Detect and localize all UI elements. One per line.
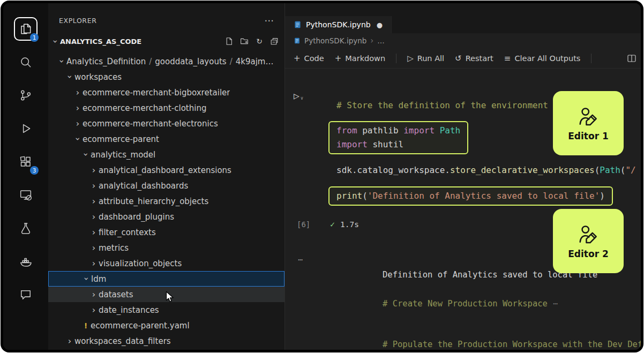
activity-item-search[interactable]	[13, 49, 39, 75]
tree-item-label: ecommerce-merchant-bigboxretailer	[83, 88, 230, 97]
tree-item-label: datasets	[99, 290, 133, 299]
breadcrumb[interactable]: PythonSDK.ipynb › …	[285, 33, 641, 48]
toolbar-clear-all-outputs-button[interactable]: ≡Clear All Outputs	[504, 54, 581, 63]
run-icon: ▷	[407, 54, 414, 63]
markdown-text: # Populate the Production Workspace with…	[383, 340, 641, 349]
more-actions-icon[interactable]: ⋯	[264, 15, 274, 26]
tree-item-datasets[interactable]: ›datasets	[48, 287, 284, 302]
toolbar-run-all-button[interactable]: ▷Run All	[407, 54, 444, 63]
tree-item-workspaces[interactable]: ›workspaces	[48, 69, 284, 85]
tree-item-date_instances[interactable]: ›date_instances	[48, 302, 284, 318]
chevron-right-icon: ›	[73, 103, 83, 113]
tree-item-ecommerce-merchant-bigboxretailer[interactable]: ›ecommerce-merchant-bigboxretailer	[48, 85, 284, 100]
chevron-right-icon: ›	[89, 165, 99, 175]
tree-item-analytics_model[interactable]: ›analytics_model	[48, 147, 284, 162]
toolbar-restart-button[interactable]: ↺Restart	[455, 54, 493, 63]
tree-item-label: workspaces	[74, 72, 122, 82]
code-line[interactable]: from pathlib import Path	[336, 124, 460, 138]
sidebar-title: EXPLORER	[59, 17, 96, 25]
chat-icon	[14, 283, 38, 306]
tree-item-ecommerce-merchant-clothing[interactable]: ›ecommerce-merchant-clothing	[48, 100, 284, 116]
tree-item-label: ecommerce-parent.yaml	[91, 321, 190, 331]
activity-item-explorer[interactable]: 1	[13, 16, 39, 42]
section-header-analytics-as-code[interactable]: › ANALYTICS_AS_CODE ↻	[48, 32, 284, 50]
chevron-right-icon: ›	[89, 212, 99, 222]
code-line[interactable]: sdk.catalog_workspace.store_declarative_…	[336, 163, 641, 178]
tree-item-ldm[interactable]: ›ldm	[48, 271, 284, 287]
notebook-file-icon	[294, 37, 301, 44]
section-actions: ↻	[224, 36, 279, 46]
chevron-right-icon: ›	[89, 196, 99, 206]
tree-item-analytical_dashboard_extensions[interactable]: ›analytical_dashboard_extensions	[48, 162, 284, 178]
tree-item-label: dashboard_plugins	[99, 212, 174, 222]
toolbar-label: Markdown	[345, 54, 385, 63]
clear-icon: ≡	[504, 54, 511, 63]
screen: 13 EXPLORER ⋯ › ANALYTICS_AS_CODE ↻ ›Ana…	[0, 0, 644, 353]
code-line[interactable]: print('Definition of Analytics saved to …	[336, 189, 605, 203]
chevron-down-icon: ›	[50, 36, 61, 46]
toolbar-separator	[591, 54, 591, 63]
toolbar-panel-button[interactable]	[627, 54, 636, 63]
search-icon	[14, 50, 38, 74]
activity-item-testing[interactable]	[13, 215, 39, 241]
badge-count: 3	[30, 166, 39, 175]
tab-pythonsdk-ipynb[interactable]: PythonSDK.ipynb ●	[285, 16, 392, 33]
plus-icon: +	[294, 54, 301, 63]
tree-item-ecommerce-parent[interactable]: ›ecommerce-parent	[48, 131, 284, 147]
toolbar-label: Restart	[466, 54, 493, 63]
tree-item-filter_contexts[interactable]: ›filter_contexts	[48, 224, 284, 240]
chevron-right-icon: ›	[89, 305, 99, 315]
collapse-all-icon[interactable]	[269, 36, 279, 46]
activity-item-source-control[interactable]	[13, 82, 39, 108]
tree-item-label: date_instances	[99, 305, 159, 315]
tab-label: PythonSDK.ipynb	[306, 20, 371, 29]
tree-item-attribute_hierarchy_objects[interactable]: ›attribute_hierarchy_objects	[48, 193, 284, 209]
restart-icon: ↺	[455, 54, 462, 63]
path-segment: 4k9ajm…	[236, 57, 274, 66]
callout-label: Editor 2	[568, 249, 609, 259]
remote-explorer-icon	[14, 183, 38, 207]
path-segment: gooddata_layouts	[155, 57, 226, 66]
sidebar-header: EXPLORER ⋯	[48, 9, 284, 32]
testing-icon	[14, 216, 38, 240]
badge-count: 1	[30, 33, 39, 42]
activity-item-run-debug[interactable]	[13, 116, 39, 141]
activity-item-remote-explorer[interactable]	[13, 182, 39, 208]
refresh-icon[interactable]: ↻	[254, 36, 264, 46]
tree-item-ecommerce-merchant-electronics[interactable]: ›ecommerce-merchant-electronics	[48, 116, 284, 131]
toolbar-code-button[interactable]: +Code	[294, 54, 324, 63]
chevron-down-icon: ›	[57, 57, 67, 66]
tree-item-compact-path[interactable]: ›Analytics_Definition/gooddata_layouts/4…	[48, 54, 284, 69]
source-control-icon	[14, 84, 38, 107]
markdown-text: # Create New Production Workspace	[383, 299, 548, 309]
tree-item-visualization_objects[interactable]: ›visualization_objects	[48, 256, 284, 271]
plus-icon: +	[335, 54, 342, 63]
chevron-down-icon: ∨	[301, 95, 303, 101]
toolbar-markdown-button[interactable]: +Markdown	[335, 54, 385, 63]
tree-item-label: ecommerce-merchant-clothing	[83, 103, 206, 113]
code-line[interactable]: import shutil	[336, 138, 460, 152]
chevron-right-icon: ›	[73, 87, 83, 97]
tree-item-metrics[interactable]: ›metrics	[48, 240, 284, 256]
tree-item-label: filter_contexts	[99, 228, 156, 237]
highlighted-code-box[interactable]: print('Definition of Analytics saved to …	[336, 186, 641, 206]
tab-bar: PythonSDK.ipynb ●	[285, 3, 641, 33]
output-collapse-handle[interactable]: ⋯	[298, 252, 303, 267]
tree-item-label: analytics_model	[91, 150, 155, 160]
file-tree: ›Analytics_Definition/gooddata_layouts/4…	[48, 50, 284, 350]
tree-item-workspaces_data_filters[interactable]: ›workspaces_data_filters	[48, 333, 284, 349]
new-file-icon[interactable]	[224, 36, 234, 46]
tree-item-analytical_dashboards[interactable]: ›analytical_dashboards	[48, 178, 284, 193]
activity-bar: 13	[3, 3, 48, 350]
activity-item-chat[interactable]	[13, 282, 39, 307]
activity-item-extensions[interactable]: 3	[13, 149, 39, 175]
tree-item-dashboard_plugins[interactable]: ›dashboard_plugins	[48, 209, 284, 224]
activity-item-docker[interactable]	[13, 249, 39, 274]
new-folder-icon[interactable]	[239, 36, 249, 46]
callout-label: Editor 1	[568, 131, 609, 141]
run-cell-button[interactable]: ▷ ∨	[294, 91, 303, 101]
modified-dot-icon: ●	[377, 21, 383, 29]
path-separator: /	[149, 57, 152, 66]
notebook-toolbar: +Code+Markdown▷Run All↺Restart≡Clear All…	[285, 48, 641, 69]
tree-item-ecommerce-parent.yaml[interactable]: !ecommerce-parent.yaml	[48, 318, 284, 333]
